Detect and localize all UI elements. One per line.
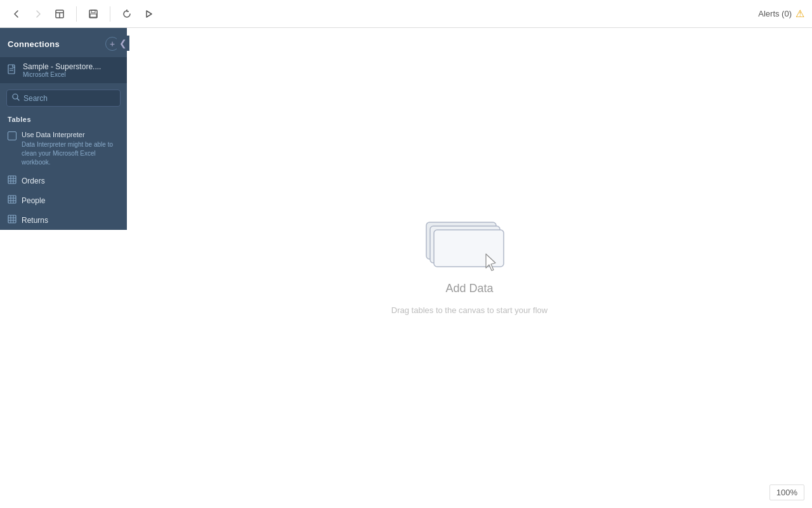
table-item-orders[interactable]: Orders	[0, 171, 127, 190]
use-data-interpreter: Use Data Interpreter Data Interpreter mi…	[0, 127, 127, 171]
sidebar-collapse-button[interactable]: ❮	[117, 36, 129, 51]
forward-button[interactable]	[29, 6, 47, 22]
data-interpreter-text: Use Data Interpreter Data Interpreter mi…	[22, 131, 119, 167]
connection-text: Sample - Superstore.... Microsoft Excel	[23, 62, 101, 78]
svg-line-11	[18, 99, 20, 101]
connection-type: Microsoft Excel	[23, 71, 101, 78]
svg-rect-7	[8, 65, 15, 74]
main-content: ❮ Connections + Sample - Supers	[0, 28, 812, 508]
svg-marker-6	[147, 11, 152, 17]
layout-button[interactable]	[51, 6, 69, 22]
connection-item[interactable]: Sample - Superstore.... Microsoft Excel	[0, 57, 127, 83]
back-button[interactable]	[8, 6, 25, 22]
data-interpreter-label: Use Data Interpreter	[22, 131, 119, 138]
table-item-returns[interactable]: Returns	[0, 210, 127, 230]
alerts-text: Alerts (0)	[758, 9, 792, 18]
table-item-people[interactable]: People	[0, 190, 127, 210]
table-item-returns-label: Returns	[22, 216, 48, 225]
toolbar-nav	[8, 6, 157, 22]
search-container	[0, 83, 127, 112]
search-input-wrapper	[6, 90, 121, 107]
svg-rect-17	[8, 196, 16, 203]
table-grid-icon-orders	[8, 175, 16, 186]
data-interpreter-description: Data Interpreter might be able to clean …	[22, 140, 119, 167]
table-grid-icon-people	[8, 195, 16, 206]
sidebar-wrapper: ❮ Connections + Sample - Supers	[0, 28, 127, 508]
connection-name: Sample - Superstore....	[23, 62, 101, 71]
search-input[interactable]	[23, 94, 115, 103]
alert-icon: ⚠	[796, 8, 804, 20]
tables-label: Tables	[0, 112, 127, 127]
svg-point-10	[13, 94, 18, 99]
connections-header: Connections +	[0, 28, 127, 57]
table-grid-icon-returns	[8, 215, 16, 225]
zoom-indicator: 100%	[769, 485, 804, 500]
empty-state: Add Data Drag tables to the canvas to st…	[391, 221, 547, 315]
sidebar: Connections + Sample - Superstore.... Mi…	[0, 28, 127, 230]
toolbar-separator-2	[110, 6, 110, 22]
svg-rect-12	[8, 176, 16, 184]
data-interpreter-checkbox[interactable]	[8, 131, 16, 140]
table-item-orders-label: Orders	[22, 177, 45, 185]
save-button[interactable]	[84, 6, 102, 22]
canvas-area[interactable]: Add Data Drag tables to the canvas to st…	[127, 28, 812, 508]
refresh-button[interactable]	[118, 6, 136, 22]
table-item-people-label: People	[22, 196, 45, 205]
search-icon	[12, 93, 20, 103]
svg-rect-5	[90, 14, 96, 17]
file-icon	[8, 64, 16, 76]
toolbar: Alerts (0) ⚠	[0, 0, 812, 28]
svg-rect-22	[8, 215, 16, 223]
add-data-graphic	[425, 221, 514, 272]
add-data-title: Add Data	[445, 282, 493, 295]
alerts-section: Alerts (0) ⚠	[758, 8, 804, 20]
toolbar-separator-1	[76, 6, 77, 22]
run-button[interactable]	[140, 6, 157, 22]
add-data-subtitle: Drag tables to the canvas to start your …	[391, 305, 547, 315]
connections-title: Connections	[8, 39, 60, 49]
